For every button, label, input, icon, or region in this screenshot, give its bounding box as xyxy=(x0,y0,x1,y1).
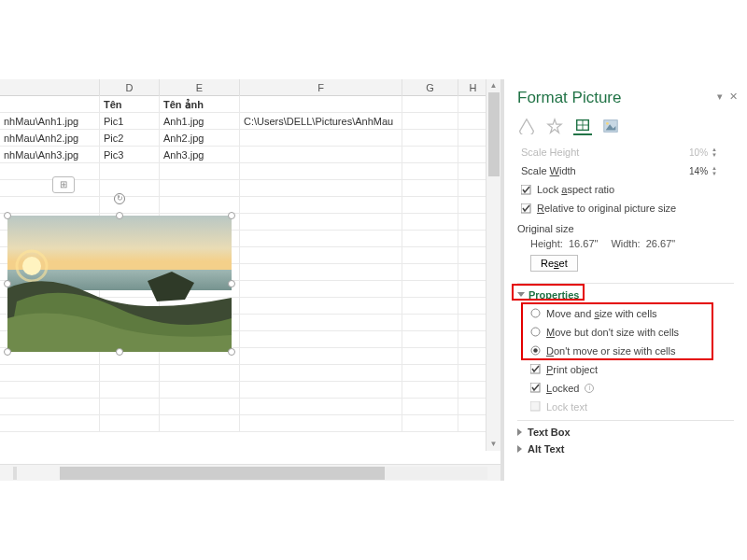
spin-down-icon[interactable]: ▼ xyxy=(712,171,717,176)
cell[interactable] xyxy=(458,96,488,112)
pane-tabs xyxy=(517,117,734,135)
effects-tab-icon[interactable] xyxy=(545,117,564,135)
checkbox-checked-icon[interactable] xyxy=(521,185,531,195)
col-header-blank[interactable] xyxy=(0,79,100,96)
scale-width-value[interactable]: 14% xyxy=(680,166,708,176)
layout-options-icon[interactable]: ⊞ xyxy=(52,176,75,193)
cell[interactable] xyxy=(402,130,458,146)
picture-tab-icon[interactable] xyxy=(601,117,620,135)
resize-handle[interactable] xyxy=(4,348,11,356)
lock-aspect-row[interactable]: Lock aspect ratio xyxy=(517,180,734,199)
table-row: Tên Tên ảnh xyxy=(0,96,500,113)
spin-down-icon[interactable]: ▼ xyxy=(712,152,717,158)
col-header-e[interactable]: E xyxy=(160,79,240,96)
svg-rect-17 xyxy=(530,364,540,373)
hscroll-track[interactable] xyxy=(60,467,487,480)
table-row xyxy=(0,382,500,399)
picture-thumbnail xyxy=(7,216,232,352)
svg-point-13 xyxy=(531,309,540,317)
vertical-scrollbar[interactable]: ▲ ▼ xyxy=(486,79,500,451)
relative-row[interactable]: Relative to original picture size xyxy=(517,199,734,217)
reset-button[interactable]: Reset xyxy=(530,255,578,272)
cell[interactable]: nhMau\Anh2.jpg xyxy=(0,130,100,146)
original-size-values: Height: 16.67" Width: 26.67" xyxy=(530,238,734,249)
cell[interactable] xyxy=(402,147,458,162)
print-object-row[interactable]: Print object xyxy=(517,360,734,379)
worksheet-frame: D E F G H Tên Tên ảnh nhMau\Anh1.jpg Pic… xyxy=(0,79,747,481)
cell[interactable]: Anh2.jpg xyxy=(160,130,240,146)
cell[interactable]: Anh3.jpg xyxy=(160,147,240,162)
radio-unchecked-icon[interactable] xyxy=(530,327,541,337)
cell[interactable] xyxy=(0,96,100,112)
lock-text-row: Lock text xyxy=(517,398,734,416)
locked-label: Locked xyxy=(546,383,579,394)
resize-handle[interactable] xyxy=(228,212,235,219)
cell[interactable]: nhMau\Anh3.jpg xyxy=(0,147,100,162)
alt-text-section-toggle[interactable]: Alt Text xyxy=(517,443,734,455)
col-header-d[interactable]: D xyxy=(100,79,160,96)
checkbox-checked-icon[interactable] xyxy=(521,203,531,214)
cell[interactable] xyxy=(240,96,402,112)
cell[interactable] xyxy=(458,113,488,129)
resize-handle[interactable] xyxy=(116,348,123,356)
svg-point-10 xyxy=(606,122,609,125)
scroll-up-icon[interactable]: ▲ xyxy=(486,79,500,92)
cell[interactable]: Pic2 xyxy=(100,130,160,146)
table-row xyxy=(0,197,500,214)
checkbox-checked-icon[interactable] xyxy=(530,383,541,393)
svg-rect-11 xyxy=(521,185,530,194)
cell[interactable]: Pic1 xyxy=(100,113,160,129)
scale-height-label: Scale Height xyxy=(521,147,579,158)
size-properties-tab-icon[interactable] xyxy=(573,117,592,135)
height-label: Height: xyxy=(530,238,563,249)
fill-line-tab-icon[interactable] xyxy=(517,117,536,135)
text-box-section-toggle[interactable]: Text Box xyxy=(517,427,734,438)
cell[interactable] xyxy=(240,130,402,146)
col-header-h[interactable]: H xyxy=(458,79,488,96)
cell[interactable]: Pic3 xyxy=(100,147,160,162)
resize-handle[interactable] xyxy=(116,212,123,219)
info-icon[interactable]: i xyxy=(585,384,594,393)
col-header-g[interactable]: G xyxy=(402,79,458,96)
cell[interactable] xyxy=(402,113,458,129)
collapse-icon xyxy=(517,445,522,453)
resize-handle[interactable] xyxy=(4,280,11,287)
radio-checked-icon[interactable] xyxy=(530,345,541,356)
cell[interactable]: C:\Users\DELL\Pictures\AnhMau xyxy=(240,113,402,129)
table-row: nhMau\Anh3.jpg Pic3 Anh3.jpg xyxy=(0,147,500,163)
scroll-down-icon[interactable]: ▼ xyxy=(486,438,500,451)
radio-unchecked-icon[interactable] xyxy=(530,308,541,318)
move-no-size-option[interactable]: Move but don't size with cells xyxy=(517,323,734,342)
cell[interactable] xyxy=(458,130,488,146)
cell[interactable]: Anh1.jpg xyxy=(160,113,240,129)
svg-point-16 xyxy=(533,348,537,352)
width-label: Width: xyxy=(611,238,640,249)
checkbox-checked-icon[interactable] xyxy=(530,364,541,374)
pane-close-icon[interactable]: ✕ xyxy=(729,91,738,102)
dont-move-size-option[interactable]: Don't move or size with cells xyxy=(517,342,734,360)
scale-width-label: Scale Width xyxy=(521,165,576,176)
horizontal-scrollbar[interactable] xyxy=(0,464,500,481)
properties-label: Properties xyxy=(529,289,579,301)
collapse-icon xyxy=(517,428,522,436)
cell[interactable] xyxy=(240,147,402,162)
resize-handle[interactable] xyxy=(228,348,235,356)
scale-height-value[interactable]: 10% xyxy=(680,147,708,158)
selected-picture[interactable]: ↻ xyxy=(7,216,232,352)
pane-menu-icon[interactable]: ▾ xyxy=(717,91,723,102)
cell-header-ten-anh[interactable]: Tên ảnh xyxy=(160,96,240,112)
properties-section-toggle[interactable]: Properties xyxy=(517,289,579,301)
scrollbar-thumb[interactable] xyxy=(488,92,500,176)
cell[interactable] xyxy=(402,96,458,112)
cell[interactable] xyxy=(458,147,488,162)
move-size-option[interactable]: Move and size with cells xyxy=(517,304,734,323)
col-header-f[interactable]: F xyxy=(240,79,402,96)
rotate-handle[interactable]: ↻ xyxy=(114,193,125,204)
resize-handle[interactable] xyxy=(228,280,235,287)
cell[interactable]: nhMau\Anh1.jpg xyxy=(0,113,100,129)
hscroll-thumb[interactable] xyxy=(60,467,385,480)
locked-row[interactable]: Locked i xyxy=(517,379,734,398)
resize-handle[interactable] xyxy=(4,212,11,219)
table-row xyxy=(0,415,500,432)
cell-header-ten[interactable]: Tên xyxy=(100,96,160,112)
